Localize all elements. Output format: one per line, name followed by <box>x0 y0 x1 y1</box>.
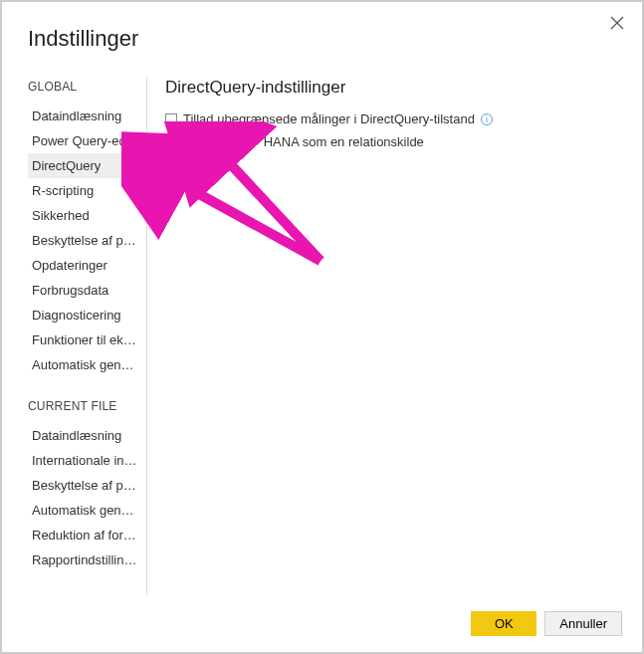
sidebar-item-autorecovery[interactable]: Automatisk genda... <box>28 352 143 377</box>
option-sap-hana-relational[interactable]: Behandl SAP HANA som en relationskilde <box>165 134 606 149</box>
content-panel: DirectQuery-indstillinger Tillad ubegræn… <box>147 78 624 595</box>
cancel-button[interactable]: Annuller <box>544 611 622 636</box>
sidebar-item-cf-report[interactable]: Rapportindstillinger <box>28 547 143 572</box>
sidebar-item-updates[interactable]: Opdateringer <box>28 253 143 278</box>
option-label: Behandl SAP HANA som en relationskilde <box>183 134 424 149</box>
sidebar-item-cf-privacy[interactable]: Beskyttelse af pers... <box>28 473 143 498</box>
dialog-buttons: OK Annuller <box>471 611 622 636</box>
sidebar-item-diagnostics[interactable]: Diagnosticering <box>28 303 143 327</box>
checkbox-sap-hana[interactable] <box>165 136 177 148</box>
sidebar: GLOBAL Dataindlæsning Power Query-editor… <box>20 78 147 595</box>
close-icon[interactable] <box>610 16 624 34</box>
option-label: Tillad ubegrænsede målinger i DirectQuer… <box>183 111 475 126</box>
sidebar-section-global: GLOBAL <box>28 80 146 94</box>
sidebar-item-cf-dataload[interactable]: Dataindlæsning <box>28 423 143 448</box>
sidebar-item-privacy[interactable]: Beskyttelse af pers... <box>28 228 143 253</box>
sidebar-item-directquery[interactable]: DirectQuery <box>28 153 145 178</box>
sidebar-item-rscript[interactable]: R-scripting <box>28 178 143 203</box>
sidebar-item-powerquery[interactable]: Power Query-editor <box>28 128 143 153</box>
settings-dialog: Indstillinger GLOBAL Dataindlæsning Powe… <box>0 0 644 654</box>
sidebar-item-dataload[interactable]: Dataindlæsning <box>28 104 143 128</box>
sidebar-item-cf-regional[interactable]: Internationale inds... <box>28 448 143 473</box>
sidebar-item-cf-queryreduction[interactable]: Reduktion af fores... <box>28 523 143 547</box>
sidebar-item-preview[interactable]: Funktioner til ekse... <box>28 327 143 352</box>
content-title: DirectQuery-indstillinger <box>165 78 606 98</box>
dialog-title: Indstillinger <box>28 26 624 52</box>
info-icon[interactable]: i <box>481 113 493 125</box>
sidebar-section-currentfile: CURRENT FILE <box>28 399 146 413</box>
checkbox-allow-unrestricted[interactable] <box>165 113 177 125</box>
ok-button[interactable]: OK <box>471 611 537 636</box>
option-allow-unrestricted[interactable]: Tillad ubegrænsede målinger i DirectQuer… <box>165 111 606 126</box>
sidebar-item-cf-autorecovery[interactable]: Automatisk genda... <box>28 498 143 523</box>
sidebar-item-usage[interactable]: Forbrugsdata <box>28 278 143 303</box>
sidebar-item-security[interactable]: Sikkerhed <box>28 203 143 228</box>
